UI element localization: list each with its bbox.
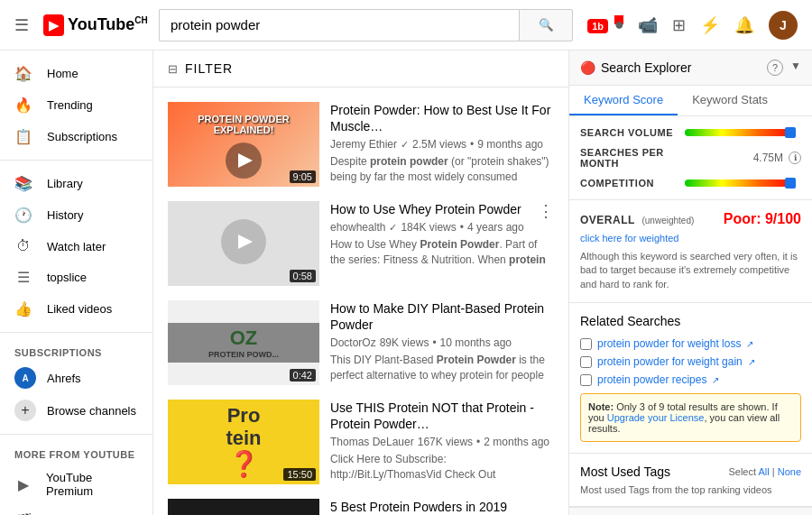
tab-keyword-stats[interactable]: Keyword Stats [678,86,782,115]
select-all-link[interactable]: All [758,466,769,477]
related-checkbox-1[interactable] [580,338,592,350]
filter-bar: ⊟ FILTER [153,51,568,87]
sidebar-item-subscriptions[interactable]: 📋 Subscriptions [0,121,152,152]
video-info-5: 5 Best Protein Powders in 2019 [330,499,554,515]
video-duration-3: 0:42 [290,369,316,382]
help-icon[interactable]: ? [767,60,783,76]
sidebar-item-browse-channels[interactable]: + Browse channels [0,394,152,427]
overall-label: OVERALL [580,214,635,226]
related-link-2[interactable]: protein powder for weight gain [597,355,743,368]
video-item[interactable]: BEST 5 Best Protein Powders in 2019 [153,492,568,515]
header: ☰ ▶ YouTubeCH 🔍 1b ● 📹 ⊞ ⚡ 🔔 J [0,0,812,51]
overall-value: Poor: 9/100 [724,211,801,227]
video-desc-1: Despite protein powder (or "protein shak… [330,154,554,185]
sidebar-item-topslice[interactable]: ☰ topslice [0,262,152,293]
activity-icon[interactable]: 1b ● [587,15,623,34]
overall-label-group: OVERALL (unweighted) [580,213,694,226]
video-duration-2: 0:58 [290,270,316,282]
verified-icon-2: ✓ [389,222,397,234]
sidebar-item-watch-later[interactable]: ⏱ Watch later [0,231,152,262]
video-info-4: Use THIS Protein NOT that Protein - Prot… [330,400,554,484]
sidebar-item-watch-later-label: Watch later [47,240,106,253]
upgrade-note: Note: Only 3 of 9 total results are show… [580,393,801,442]
video-item[interactable]: PROTEIN POWDEREXPLAINED! 9:05 Protein Po… [153,95,568,194]
watch-later-icon: ⏱ [14,238,32,254]
sidebar-item-ahrefs[interactable]: A Ahrefs [0,362,152,394]
video-item[interactable]: Protein ❓ 15:50 Use THIS Protein NOT tha… [153,392,568,492]
searches-per-month-value: 4.75M ℹ [753,152,801,164]
related-item-2: protein powder for weight gain ↗ [580,355,801,368]
filter-icon: ⊟ [168,62,178,76]
tags-select: Select All | None [728,466,801,477]
related-link-3[interactable]: protein powder recipes [597,373,706,386]
sidebar-item-ahrefs-label: Ahrefs [47,372,81,385]
logo[interactable]: ▶ YouTubeCH [43,14,148,36]
sidebar-item-subscriptions-label: Subscriptions [47,130,117,143]
menu-icon[interactable]: ☰ [14,15,29,35]
activity-badge: 1b [587,19,608,33]
related-section-title: Related Searches [580,314,801,328]
related-checkbox-3[interactable] [580,374,592,386]
sidebar-item-trending[interactable]: 🔥 Trending [0,89,152,121]
external-link-icon-1: ↗ [746,339,753,349]
logo-text: YouTubeCH [68,15,148,34]
rp-title: 🔴 Search Explorer [580,60,691,75]
activity2-icon[interactable]: ⚡ [700,15,720,35]
video-title-4: Use THIS Protein NOT that Protein - Prot… [330,400,554,432]
filter-label[interactable]: FILTER [185,61,233,76]
sidebar-item-premium[interactable]: ▶ YouTube Premium [0,464,152,505]
liked-icon: 👍 [14,300,32,317]
sidebar-item-browse-channels-label: Browse channels [47,404,136,418]
tab-keyword-score[interactable]: Keyword Score [569,86,678,115]
tags-section: Most Used Tags Select All | None Most us… [569,454,812,507]
video-camera-icon[interactable]: 📹 [638,15,658,35]
upgrade-link[interactable]: Upgrade your License [607,412,705,423]
thumbnail-2: 0:58 [168,201,319,286]
related-section: Related Searches protein powder for weig… [569,303,812,454]
weighted-link[interactable]: click here for weighted [580,233,678,244]
related-link-1[interactable]: protein powder for weight loss [597,337,741,350]
related-checkbox-2[interactable] [580,356,592,368]
video-item[interactable]: 0:58 How to Use Whey Protein Powder ⋮ eh… [153,194,568,293]
more-options-icon-2[interactable]: ⋮ [538,201,554,221]
sidebar-divider-3 [0,434,152,435]
search-volume-indicator [785,127,796,138]
video-meta-1: Jeremy Ethier ✓ 2.5M views • 9 months ag… [330,138,554,151]
sidebar-item-history[interactable]: 🕐 History [0,199,152,231]
video-title-3: How to Make DIY Plant-Based Protein Powd… [330,300,554,333]
avatar[interactable]: J [769,11,798,40]
body: 🏠 Home 🔥 Trending 📋 Subscriptions 📚 Libr… [0,51,812,515]
search-volume-row: SEARCH VOLUME [580,127,801,138]
library-icon: 📚 [14,175,32,192]
tags-section-title: Most Used Tags [580,464,670,479]
overall-section: OVERALL (unweighted) Poor: 9/100 click h… [569,200,812,303]
video-item[interactable]: OZ PROTEIN POWD... 0:42 How to Make DIY … [153,293,568,392]
thumbnail-5: BEST [168,499,319,515]
info-icon[interactable]: ℹ [789,152,801,164]
search-input[interactable] [159,9,519,41]
apps-icon[interactable]: ⊞ [672,15,686,35]
activity-dot: ● [614,15,623,24]
overall-desc: Although this keyword is searched very o… [580,250,801,291]
thumbnail-4: Protein ❓ 15:50 [168,400,319,484]
subscriptions-section-label: SUBSCRIPTIONS [0,340,152,362]
notifications-icon[interactable]: 🔔 [734,15,754,35]
premium-icon: ▶ [14,476,32,493]
sidebar-item-movies[interactable]: 🎬 Movies & Shows [0,505,152,515]
sidebar-item-home[interactable]: 🏠 Home [0,58,152,89]
views-3: 89K views [380,336,429,349]
video-title-2: How to Use Whey Protein Powder [330,201,521,217]
sidebar-item-library[interactable]: 📚 Library [0,168,152,199]
video-meta-3: DoctorOz 89K views • 10 months ago [330,336,554,349]
search-button[interactable]: 🔍 [519,9,573,41]
expand-icon[interactable]: ▼ [790,60,801,76]
video-title-1: Protein Powder: How to Best Use It For M… [330,102,554,134]
youtube-logo-icon: ▶ [43,14,64,36]
sidebar-item-liked[interactable]: 👍 Liked videos [0,293,152,325]
video-info-2: How to Use Whey Protein Powder ⋮ ehowhea… [330,201,554,286]
header-center: 🔍 [159,9,573,41]
search-icon: 🔍 [539,18,554,32]
video-info-3: How to Make DIY Plant-Based Protein Powd… [330,300,554,385]
views-2: 184K views [401,221,456,234]
select-none-link[interactable]: None [778,466,801,477]
